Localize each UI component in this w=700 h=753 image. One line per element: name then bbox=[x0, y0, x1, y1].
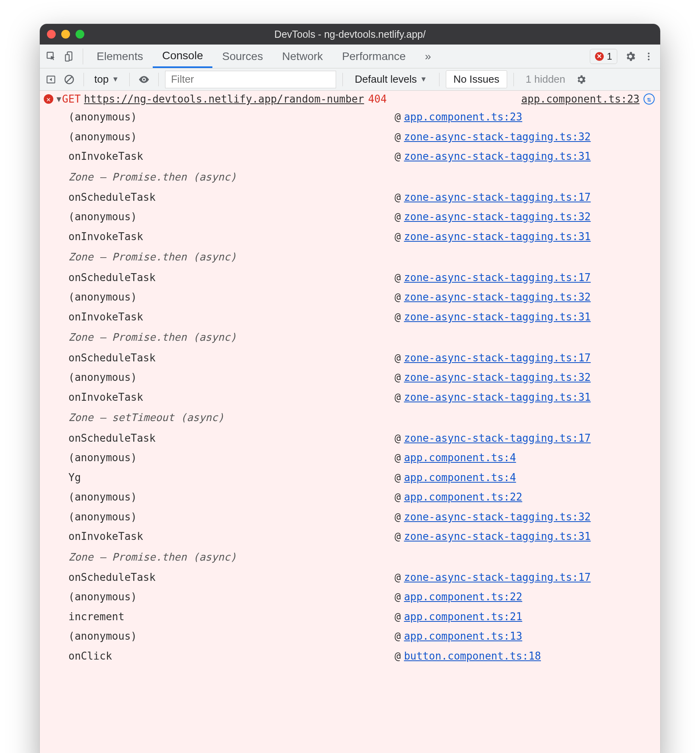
frame-function: onScheduleTask bbox=[68, 188, 395, 207]
async-boundary: Zone — Promise.then (async) bbox=[40, 246, 660, 268]
live-expression-icon[interactable] bbox=[136, 72, 152, 87]
stack-frame: onScheduleTask@zone-async-stack-tagging.… bbox=[40, 188, 660, 208]
async-boundary: Zone — Promise.then (async) bbox=[40, 327, 660, 348]
at-symbol: @ bbox=[395, 647, 401, 666]
frame-function: onScheduleTask bbox=[68, 569, 395, 587]
frame-source-link[interactable]: zone-async-stack-tagging.ts:17 bbox=[404, 569, 591, 587]
inspect-element-icon[interactable] bbox=[42, 47, 60, 66]
kebab-menu-icon[interactable] bbox=[640, 47, 658, 66]
disclosure-triangle-icon[interactable]: ▼ bbox=[56, 94, 61, 104]
stack-frame: (anonymous)@app.component.ts:23 bbox=[40, 107, 660, 127]
stack-frame: (anonymous)@app.component.ts:22 bbox=[40, 587, 660, 607]
source-link[interactable]: app.component.ts:23 bbox=[521, 93, 640, 105]
execution-context-select[interactable]: top ▼ bbox=[90, 72, 123, 87]
stack-frame: onScheduleTask@zone-async-stack-tagging.… bbox=[40, 268, 660, 288]
tab-sources[interactable]: Sources bbox=[212, 45, 272, 68]
stack-frame: (anonymous)@app.component.ts:4 bbox=[40, 448, 660, 468]
console-settings-icon[interactable] bbox=[573, 72, 589, 87]
svg-point-3 bbox=[648, 52, 649, 54]
stack-frame: onInvokeTask@zone-async-stack-tagging.ts… bbox=[40, 227, 660, 247]
frame-source-link[interactable]: zone-async-stack-tagging.ts:31 bbox=[404, 308, 591, 326]
frame-function: Yg bbox=[68, 469, 395, 487]
frame-function: onInvokeTask bbox=[68, 388, 395, 407]
separator bbox=[439, 73, 439, 86]
frame-function: onInvokeTask bbox=[68, 147, 395, 166]
frame-source-link[interactable]: zone-async-stack-tagging.ts:32 bbox=[404, 208, 591, 226]
frame-function: (anonymous) bbox=[68, 128, 395, 146]
frame-function: (anonymous) bbox=[68, 488, 395, 507]
at-symbol: @ bbox=[395, 108, 401, 126]
frame-function: onInvokeTask bbox=[68, 308, 395, 326]
tab-network[interactable]: Network bbox=[272, 45, 332, 68]
frame-source-link[interactable]: zone-async-stack-tagging.ts:17 bbox=[404, 269, 591, 287]
frame-source-link[interactable]: app.component.ts:4 bbox=[404, 449, 516, 467]
stack-frame: (anonymous)@zone-async-stack-tagging.ts:… bbox=[40, 127, 660, 147]
navigate-icon[interactable]: ⇅ bbox=[644, 93, 655, 105]
frame-source-link[interactable]: app.component.ts:21 bbox=[404, 608, 522, 626]
frame-function: onInvokeTask bbox=[68, 228, 395, 246]
titlebar: DevTools - ng-devtools.netlify.app/ bbox=[40, 24, 660, 45]
stack-frame: (anonymous)@app.component.ts:22 bbox=[40, 487, 660, 507]
tab-console[interactable]: Console bbox=[153, 45, 213, 68]
tab-elements[interactable]: Elements bbox=[87, 45, 153, 68]
console-toolbar: top ▼ Default levels ▼ No Issues 1 hidde… bbox=[40, 68, 660, 91]
log-levels-select[interactable]: Default levels ▼ bbox=[349, 73, 433, 85]
frame-source-link[interactable]: app.component.ts:4 bbox=[404, 469, 516, 487]
error-count-chip[interactable]: ✕ 1 bbox=[590, 49, 617, 64]
stack-frame: onInvokeTask@zone-async-stack-tagging.ts… bbox=[40, 527, 660, 547]
frame-function: (anonymous) bbox=[68, 288, 395, 307]
at-symbol: @ bbox=[395, 369, 401, 387]
frame-source-link[interactable]: app.component.ts:13 bbox=[404, 627, 522, 646]
frame-source-link[interactable]: zone-async-stack-tagging.ts:17 bbox=[404, 429, 591, 448]
error-message-row[interactable]: ✕ ▼ GET https://ng-devtools.netlify.app/… bbox=[40, 91, 660, 107]
frame-source-link[interactable]: zone-async-stack-tagging.ts:31 bbox=[404, 388, 591, 407]
device-toolbar-icon[interactable] bbox=[60, 47, 79, 66]
frame-source-link[interactable]: zone-async-stack-tagging.ts:17 bbox=[404, 349, 591, 367]
frame-function: onInvokeTask bbox=[68, 528, 395, 546]
clear-console-icon[interactable] bbox=[61, 72, 77, 87]
at-symbol: @ bbox=[395, 269, 401, 287]
at-symbol: @ bbox=[395, 508, 401, 526]
http-method: GET bbox=[62, 93, 81, 105]
filter-input[interactable] bbox=[165, 71, 336, 88]
frame-function: (anonymous) bbox=[68, 508, 395, 526]
frame-source-link[interactable]: zone-async-stack-tagging.ts:31 bbox=[404, 147, 591, 166]
tab-performance[interactable]: Performance bbox=[332, 45, 415, 68]
at-symbol: @ bbox=[395, 349, 401, 367]
separator bbox=[83, 49, 83, 64]
frame-source-link[interactable]: zone-async-stack-tagging.ts:32 bbox=[404, 128, 591, 146]
toggle-sidebar-icon[interactable] bbox=[43, 72, 59, 87]
chevron-down-icon: ▼ bbox=[420, 75, 427, 83]
separator bbox=[513, 73, 514, 86]
async-boundary: Zone — Promise.then (async) bbox=[40, 167, 660, 188]
settings-icon[interactable] bbox=[621, 47, 640, 66]
frame-source-link[interactable]: app.component.ts:22 bbox=[404, 488, 522, 507]
at-symbol: @ bbox=[395, 188, 401, 207]
frame-source-link[interactable]: zone-async-stack-tagging.ts:32 bbox=[404, 508, 591, 526]
request-url-link[interactable]: https://ng-devtools.netlify.app/random-n… bbox=[84, 93, 364, 105]
frame-source-link[interactable]: zone-async-stack-tagging.ts:31 bbox=[404, 228, 591, 246]
stack-frame: onScheduleTask@zone-async-stack-tagging.… bbox=[40, 568, 660, 588]
frame-source-link[interactable]: zone-async-stack-tagging.ts:32 bbox=[404, 369, 591, 387]
frame-source-link[interactable]: button.component.ts:18 bbox=[404, 647, 541, 666]
frame-function: (anonymous) bbox=[68, 449, 395, 467]
frame-source-link[interactable]: zone-async-stack-tagging.ts:32 bbox=[404, 288, 591, 307]
async-boundary: Zone — Promise.then (async) bbox=[40, 547, 660, 568]
chevron-down-icon: ▼ bbox=[112, 75, 119, 83]
console-output: ✕ ▼ GET https://ng-devtools.netlify.app/… bbox=[40, 91, 660, 753]
frame-source-link[interactable]: app.component.ts:23 bbox=[404, 108, 522, 126]
frame-source-link[interactable]: zone-async-stack-tagging.ts:17 bbox=[404, 188, 591, 207]
at-symbol: @ bbox=[395, 308, 401, 326]
at-symbol: @ bbox=[395, 588, 401, 606]
devtools-window: DevTools - ng-devtools.netlify.app/ Elem… bbox=[40, 24, 660, 753]
http-status: 404 bbox=[368, 93, 387, 105]
at-symbol: @ bbox=[395, 469, 401, 487]
at-symbol: @ bbox=[395, 608, 401, 626]
frame-source-link[interactable]: app.component.ts:22 bbox=[404, 588, 522, 606]
frame-function: onScheduleTask bbox=[68, 429, 395, 448]
at-symbol: @ bbox=[395, 429, 401, 448]
async-boundary: Zone — setTimeout (async) bbox=[40, 407, 660, 428]
frame-source-link[interactable]: zone-async-stack-tagging.ts:31 bbox=[404, 528, 591, 546]
more-tabs-button[interactable]: » bbox=[415, 45, 441, 68]
issues-button[interactable]: No Issues bbox=[446, 70, 507, 88]
